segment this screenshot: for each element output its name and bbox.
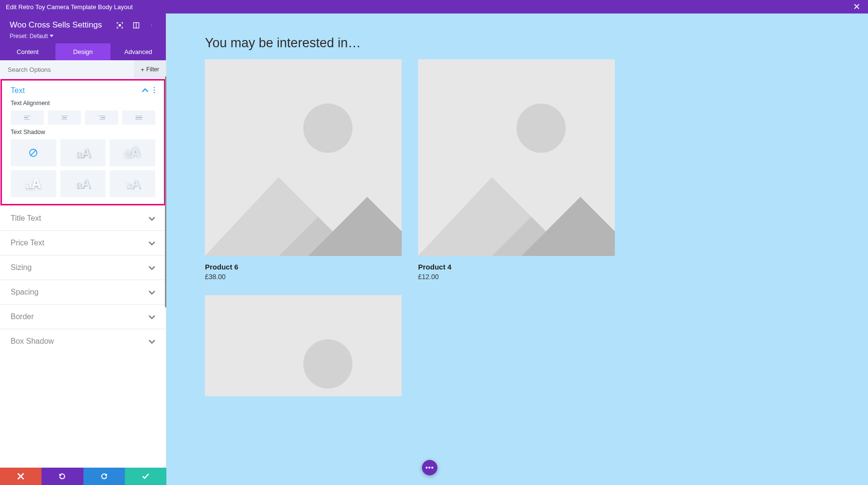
settings-sidebar: Woo Cross Sells Settings Preset: Default [0, 13, 166, 485]
svg-line-10 [30, 150, 36, 156]
action-bar [0, 468, 166, 485]
columns-icon[interactable] [132, 21, 140, 29]
accordion-label: Spacing [11, 288, 149, 296]
svg-point-16 [303, 339, 353, 389]
accordion-spacing[interactable]: Spacing [0, 280, 166, 304]
search-input[interactable] [0, 66, 134, 73]
accordion-label: Box Shadow [11, 337, 149, 346]
tab-advanced[interactable]: Advanced [110, 43, 166, 60]
product-image-placeholder [205, 59, 402, 256]
product-name: Product 6 [205, 263, 402, 271]
shadow-label: Text Shadow [11, 129, 155, 135]
preview-canvas: You may be interested in… Product 6 £38.… [166, 13, 868, 485]
filter-button[interactable]: +Filter [134, 60, 166, 79]
tab-design[interactable]: Design [55, 43, 111, 60]
cross-sells-heading: You may be interested in… [205, 36, 829, 51]
svg-point-4 [151, 25, 152, 26]
accordion-label: Title Text [11, 214, 149, 223]
discard-button[interactable] [0, 468, 41, 485]
align-center-button[interactable] [48, 110, 81, 125]
sidebar-header: Woo Cross Sells Settings Preset: Default [0, 13, 166, 43]
align-right-button[interactable] [85, 110, 118, 125]
text-panel: Text Text Alignment Text Shadow [0, 79, 165, 205]
svg-rect-15 [205, 295, 402, 396]
close-icon[interactable]: ✕ [851, 1, 862, 12]
tab-content[interactable]: Content [0, 43, 55, 60]
product-card[interactable]: Product 4 £12.00 [418, 59, 615, 281]
accordion-price-text[interactable]: Price Text [0, 230, 166, 255]
focus-icon[interactable] [116, 21, 123, 29]
chevron-up-icon[interactable] [142, 87, 149, 94]
module-title: Woo Cross Sells Settings [10, 20, 116, 30]
accordion-border[interactable]: Border [0, 304, 166, 329]
accordion-box-shadow[interactable]: Box Shadow [0, 329, 166, 353]
preset-label: Preset: Default [10, 33, 48, 40]
svg-point-3 [151, 24, 152, 25]
svg-point-5 [151, 26, 152, 26]
shadow-none-button[interactable] [11, 139, 56, 166]
svg-point-14 [516, 104, 566, 153]
search-row: +Filter [0, 60, 166, 79]
svg-point-12 [303, 104, 353, 153]
shadow-preset-3-button[interactable]: aA [11, 170, 56, 197]
alignment-label: Text Alignment [11, 100, 155, 107]
shadow-preset-5-button[interactable]: aA [109, 170, 155, 197]
svg-point-0 [119, 24, 121, 26]
accordion-label: Price Text [11, 239, 149, 247]
product-image-placeholder [205, 295, 402, 396]
shadow-preset-1-button[interactable]: aA [60, 139, 106, 166]
undo-button[interactable] [41, 468, 83, 485]
align-left-button[interactable] [11, 110, 44, 125]
product-image-placeholder [418, 59, 615, 256]
product-name: Product 4 [418, 263, 615, 271]
svg-point-6 [154, 87, 155, 88]
module-fab-icon[interactable]: ••• [422, 460, 437, 475]
product-card[interactable]: Product 6 £38.00 [205, 59, 402, 281]
accordion-title-text[interactable]: Title Text [0, 206, 166, 230]
shadow-preset-2-button[interactable]: aA [109, 139, 155, 166]
product-price: £38.00 [205, 273, 402, 281]
shadow-preset-4-button[interactable]: aA [60, 170, 106, 197]
save-button[interactable] [125, 468, 166, 485]
top-bar: Edit Retro Toy Camera Template Body Layo… [0, 0, 868, 13]
filter-label: Filter [146, 66, 159, 73]
preset-selector[interactable]: Preset: Default [10, 33, 156, 40]
svg-point-7 [154, 89, 155, 91]
text-panel-title[interactable]: Text [11, 86, 142, 95]
page-title: Edit Retro Toy Camera Template Body Layo… [6, 3, 851, 11]
accordion-label: Sizing [11, 263, 149, 272]
align-justify-button[interactable] [122, 110, 155, 125]
tabs: Content Design Advanced [0, 43, 166, 60]
product-price: £12.00 [418, 273, 615, 281]
accordion-label: Border [11, 312, 149, 321]
panel-kebab-icon[interactable] [153, 87, 155, 95]
product-card[interactable] [205, 295, 402, 396]
accordion-sizing[interactable]: Sizing [0, 255, 166, 280]
svg-point-8 [154, 92, 155, 93]
kebab-icon[interactable] [149, 21, 156, 29]
redo-button[interactable] [83, 468, 125, 485]
